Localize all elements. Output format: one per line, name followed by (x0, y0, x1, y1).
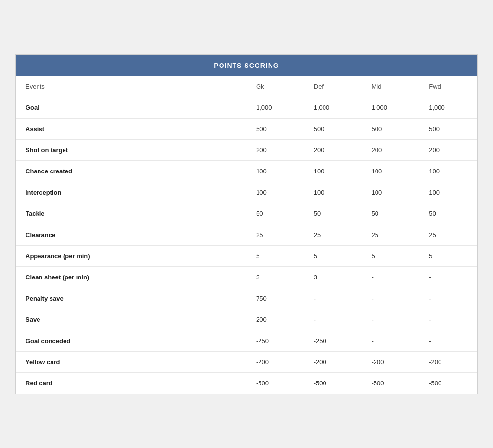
def-value: -500 (304, 372, 362, 394)
gk-value: 200 (246, 309, 304, 330)
event-name: Goal conceded (16, 330, 246, 351)
fwd-value: 25 (419, 224, 477, 245)
gk-value: 25 (246, 224, 304, 245)
def-value: 100 (304, 160, 362, 182)
fwd-value: - (419, 309, 477, 330)
fwd-value: 500 (419, 118, 477, 139)
event-name: Tackle (16, 203, 246, 224)
gk-value: 100 (246, 182, 304, 203)
def-value: - (304, 288, 362, 309)
fwd-value: - (419, 266, 477, 288)
fwd-value: - (419, 288, 477, 309)
col-header-def: Def (304, 76, 362, 97)
event-name: Interception (16, 182, 246, 203)
column-headers: Events Gk Def Mid Fwd (16, 76, 477, 97)
table-row: Interception100100100100 (16, 182, 477, 203)
points-scoring-table: POINTS SCORING Events Gk Def Mid Fwd Goa… (15, 54, 478, 394)
mid-value: 1,000 (362, 97, 420, 118)
def-value: 100 (304, 182, 362, 203)
gk-value: 750 (246, 288, 304, 309)
event-name: Clean sheet (per min) (16, 266, 246, 288)
mid-value: - (362, 266, 420, 288)
gk-value: 5 (246, 245, 304, 266)
gk-value: 100 (246, 160, 304, 182)
event-name: Clearance (16, 224, 246, 245)
table-row: Chance created100100100100 (16, 160, 477, 182)
fwd-value: 100 (419, 182, 477, 203)
gk-value: -500 (246, 372, 304, 394)
fwd-value: 100 (419, 160, 477, 182)
mid-value: 100 (362, 182, 420, 203)
table-row: Assist500500500500 (16, 118, 477, 139)
gk-value: 200 (246, 139, 304, 160)
mid-value: 25 (362, 224, 420, 245)
def-value: 5 (304, 245, 362, 266)
fwd-value: -200 (419, 351, 477, 372)
def-value: 3 (304, 266, 362, 288)
mid-value: - (362, 330, 420, 351)
def-value: - (304, 309, 362, 330)
event-name: Assist (16, 118, 246, 139)
table-row: Red card-500-500-500-500 (16, 372, 477, 394)
fwd-value: 200 (419, 139, 477, 160)
gk-value: -250 (246, 330, 304, 351)
table-row: Shot on target200200200200 (16, 139, 477, 160)
col-header-mid: Mid (362, 76, 420, 97)
table-row: Tackle50505050 (16, 203, 477, 224)
event-name: Red card (16, 372, 246, 394)
event-name: Penalty save (16, 288, 246, 309)
mid-value: -200 (362, 351, 420, 372)
event-name: Shot on target (16, 139, 246, 160)
mid-value: 50 (362, 203, 420, 224)
def-value: 50 (304, 203, 362, 224)
table-title: POINTS SCORING (16, 55, 477, 76)
col-header-gk: Gk (246, 76, 304, 97)
table-row: Save200--- (16, 309, 477, 330)
mid-value: 5 (362, 245, 420, 266)
table-row: Clean sheet (per min)33-- (16, 266, 477, 288)
fwd-value: - (419, 330, 477, 351)
def-value: 500 (304, 118, 362, 139)
table-row: Penalty save750--- (16, 288, 477, 309)
table-row: Yellow card-200-200-200-200 (16, 351, 477, 372)
table-row: Goal conceded-250-250-- (16, 330, 477, 351)
event-name: Chance created (16, 160, 246, 182)
table-row: Goal1,0001,0001,0001,000 (16, 97, 477, 118)
mid-value: 500 (362, 118, 420, 139)
def-value: 25 (304, 224, 362, 245)
event-name: Save (16, 309, 246, 330)
mid-value: - (362, 288, 420, 309)
event-name: Goal (16, 97, 246, 118)
gk-value: 3 (246, 266, 304, 288)
def-value: -200 (304, 351, 362, 372)
mid-value: 100 (362, 160, 420, 182)
gk-value: 1,000 (246, 97, 304, 118)
def-value: 200 (304, 139, 362, 160)
gk-value: 500 (246, 118, 304, 139)
mid-value: - (362, 309, 420, 330)
fwd-value: 1,000 (419, 97, 477, 118)
fwd-value: -500 (419, 372, 477, 394)
fwd-value: 50 (419, 203, 477, 224)
col-header-events: Events (16, 76, 246, 97)
table-row: Appearance (per min)5555 (16, 245, 477, 266)
col-header-fwd: Fwd (419, 76, 477, 97)
def-value: 1,000 (304, 97, 362, 118)
mid-value: 200 (362, 139, 420, 160)
def-value: -250 (304, 330, 362, 351)
gk-value: -200 (246, 351, 304, 372)
mid-value: -500 (362, 372, 420, 394)
event-name: Appearance (per min) (16, 245, 246, 266)
fwd-value: 5 (419, 245, 477, 266)
table-row: Clearance25252525 (16, 224, 477, 245)
event-name: Yellow card (16, 351, 246, 372)
gk-value: 50 (246, 203, 304, 224)
